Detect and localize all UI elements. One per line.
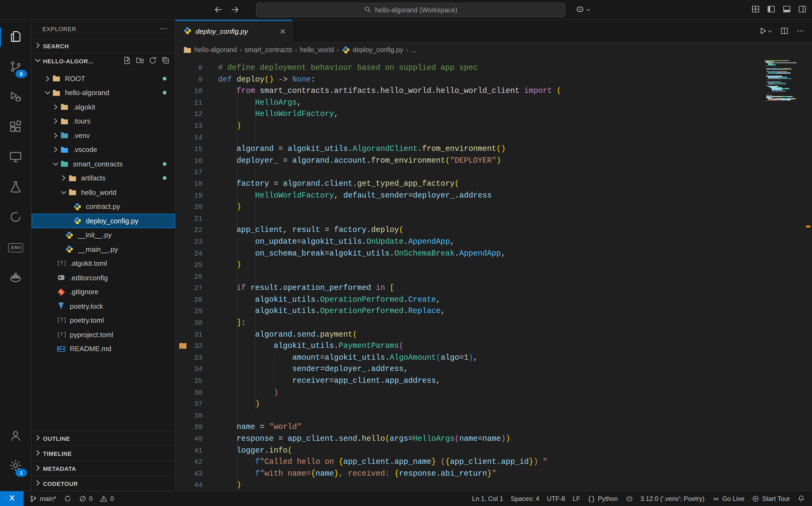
tree-item[interactable]: __main__.py <box>32 242 175 256</box>
tree-item[interactable]: .tours <box>32 114 175 128</box>
tree-item[interactable]: smart_contracts <box>32 157 175 171</box>
section-codetour[interactable]: CODETOUR <box>32 476 175 491</box>
activity-extensions-button[interactable] <box>0 112 31 142</box>
tree-item[interactable]: .venv <box>32 128 175 143</box>
codetour-marker-icon[interactable] <box>179 342 187 350</box>
code-line-content[interactable]: from smart_contracts.artifacts.hello_wor… <box>218 85 561 97</box>
tree-item[interactable]: artifacts <box>32 171 175 185</box>
tree-item[interactable]: ROOT <box>32 71 175 86</box>
code-line-content[interactable]: f"with name={name}, received: {response.… <box>218 468 496 480</box>
code-line-content[interactable]: receiver=app_client.app_address, <box>218 375 440 387</box>
tree-item[interactable]: [T]poetry.toml <box>32 313 175 328</box>
status-broadcast[interactable]: Go Live <box>708 491 748 506</box>
code-line-content[interactable]: factory = algorand.client.get_typed_app_… <box>218 178 459 190</box>
code-line-content[interactable]: amount=algokit_utils.AlgoAmount(algo=1), <box>218 352 478 364</box>
code-line-content[interactable]: ) <box>218 387 278 398</box>
copilot-titlebar-button[interactable] <box>576 0 591 19</box>
status-ln-1-col-1[interactable]: Ln 1, Col 1 <box>468 491 507 506</box>
code-line-content[interactable]: # define deployment behaviour based on s… <box>218 62 478 74</box>
code-line-content[interactable]: algorand = algokit_utils.AlgorandClient.… <box>218 143 506 155</box>
status-spaces-4[interactable]: Spaces: 4 <box>507 491 543 506</box>
overview-ruler[interactable] <box>805 57 812 491</box>
tab-close-icon[interactable] <box>279 28 286 35</box>
code-line-content[interactable]: logger.info( <box>218 445 292 456</box>
chevron-right-icon[interactable] <box>44 75 52 83</box>
activity-accounts-button[interactable] <box>0 421 31 451</box>
status-braces[interactable]: {}Python <box>584 491 622 506</box>
chevron-down-icon[interactable] <box>52 160 60 168</box>
chevron-down-icon[interactable] <box>60 188 68 196</box>
code-line-content[interactable]: deployer_ = algorand.account.from_enviro… <box>218 155 501 167</box>
code-line-content[interactable]: f"Called hello on {app_client.app_name} … <box>218 456 547 468</box>
tree-item[interactable]: [T].algokit.toml <box>32 256 175 271</box>
chevron-right-icon[interactable] <box>52 146 60 154</box>
refresh-icon[interactable] <box>149 56 157 66</box>
code-line-content[interactable]: HelloArgs, <box>218 97 302 109</box>
chevron-right-icon[interactable] <box>52 132 60 140</box>
tree-item[interactable]: .vscode <box>32 143 175 157</box>
command-center-search[interactable]: hello-algorand (Workspace) <box>256 3 566 17</box>
section-metadata[interactable]: METADATA <box>32 460 175 476</box>
forward-button[interactable] <box>231 5 240 14</box>
code-line-content[interactable]: algorand.send.payment( <box>218 329 357 340</box>
section-timeline[interactable]: TIMELINE <box>32 446 175 460</box>
code-line-content[interactable]: ) <box>218 201 241 213</box>
code-line-content[interactable]: algokit_utils.OperationPerformed.Create, <box>218 294 440 306</box>
breadcrumb-item[interactable]: deploy_config.py <box>341 46 403 54</box>
tree-item[interactable]: hello-algorand <box>32 86 175 100</box>
breadcrumb-item[interactable]: hello_world <box>300 46 334 54</box>
minimap[interactable] <box>765 60 803 102</box>
explorer-more-actions-icon[interactable] <box>160 24 168 33</box>
tree-item[interactable]: README.md <box>32 342 175 356</box>
activity-source-control-button[interactable]: 6 <box>0 52 31 82</box>
new-file-icon[interactable] <box>123 56 131 66</box>
status-lf[interactable]: LF <box>569 491 584 506</box>
code-line-content[interactable]: ) <box>218 480 241 491</box>
status-sync[interactable] <box>60 491 75 506</box>
code-line-content[interactable]: ) <box>218 120 241 132</box>
tree-item[interactable]: .algokit <box>32 100 175 114</box>
breadcrumb-item[interactable]: smart_contracts <box>245 46 293 54</box>
code-line-content[interactable]: algokit_utils.PaymentParams( <box>218 341 404 352</box>
tree-item[interactable]: poetry.lock <box>32 299 175 313</box>
tree-item[interactable]: [T]pyproject.toml <box>32 328 175 342</box>
tree-item[interactable]: contract.py <box>32 199 175 214</box>
new-folder-icon[interactable] <box>136 56 144 66</box>
status-copilot[interactable] <box>622 491 637 506</box>
tree-item[interactable]: .editorconfig <box>32 271 175 285</box>
collapse-all-icon[interactable] <box>162 56 170 66</box>
chevron-right-icon[interactable] <box>60 174 68 182</box>
back-button[interactable] <box>214 5 222 14</box>
code-line-content[interactable]: HelloWorldFactory, default_sender=deploy… <box>218 190 492 201</box>
activity-settings-button[interactable]: 1 <box>0 451 31 481</box>
chevron-right-icon[interactable] <box>52 117 60 125</box>
code-line-content[interactable]: def deploy() -> None: <box>218 74 316 85</box>
activity-remote-explorer-button[interactable] <box>0 142 31 172</box>
activity-env-button[interactable]: .ENV <box>0 233 31 262</box>
code-line-content[interactable]: sender=deployer_.address, <box>218 364 408 375</box>
code-line-content[interactable]: if result.operation_performed in [ <box>218 283 394 294</box>
activity-run-debug-button[interactable] <box>0 82 31 112</box>
section-outline[interactable]: OUTLINE <box>32 431 175 446</box>
toggle-sidebar-right-icon[interactable] <box>798 5 807 15</box>
status-bell[interactable] <box>794 491 809 506</box>
run-python-file-button[interactable] <box>759 26 772 36</box>
activity-docker-button[interactable] <box>0 262 31 292</box>
toggle-panel-icon[interactable] <box>783 5 791 15</box>
tree-item[interactable]: .gitignore <box>32 285 175 299</box>
tab-deploy-config[interactable]: deploy_config.py <box>176 20 292 43</box>
activity-algokit-button[interactable] <box>0 202 31 233</box>
section-workspace[interactable]: HELLO-ALGOR... <box>32 53 175 68</box>
code-line-content[interactable]: ) <box>218 398 260 410</box>
status-error[interactable]: 0 <box>75 491 96 506</box>
activity-testing-button[interactable] <box>0 172 31 202</box>
customize-layout-icon[interactable] <box>751 5 760 15</box>
code-line-content[interactable]: HelloWorldFactory, <box>218 109 339 120</box>
code-line-content[interactable]: response = app_client.send.hello(args=He… <box>218 433 510 445</box>
status-branch[interactable]: main* <box>26 491 60 506</box>
remote-indicator[interactable] <box>0 491 24 506</box>
section-search[interactable]: SEARCH <box>32 38 175 53</box>
code-editor[interactable]: 8# define deployment behaviour based on … <box>176 57 812 491</box>
more-actions-icon[interactable] <box>796 26 805 36</box>
code-line-content[interactable]: on_schema_break=algokit_utils.OnSchemaBr… <box>218 248 506 259</box>
